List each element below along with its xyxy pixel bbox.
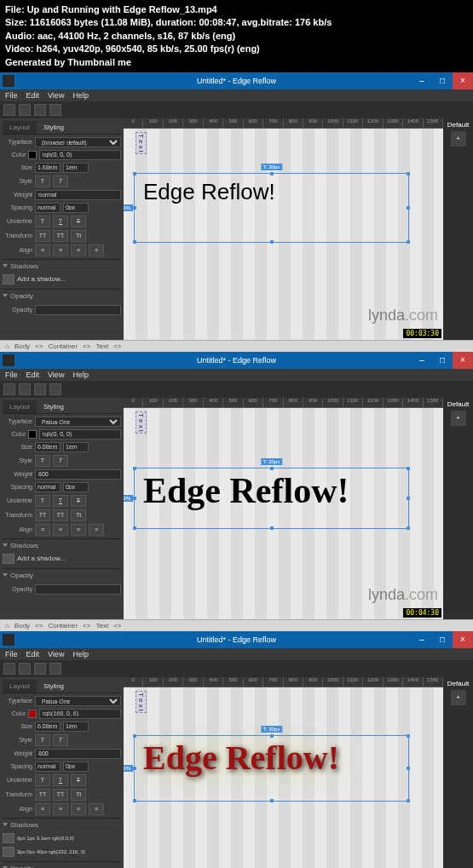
align-center[interactable]: ≡ — [53, 244, 68, 256]
handle[interactable] — [270, 240, 274, 244]
minimize-button[interactable]: – — [412, 72, 432, 89]
tab-layout[interactable]: Layout — [3, 121, 37, 134]
spacing-input[interactable] — [35, 482, 61, 492]
crumb-text[interactable]: Text — [95, 622, 108, 629]
opacity-header[interactable]: Opacity — [10, 865, 33, 868]
align-left[interactable]: ≡ — [35, 524, 50, 536]
add-breakpoint-button[interactable]: + — [451, 411, 466, 426]
underline-on[interactable]: T — [53, 216, 68, 227]
maximize-button[interactable]: □ — [432, 631, 453, 648]
typeface-select[interactable]: Patua One — [35, 696, 121, 706]
crumb-body[interactable]: Body — [14, 342, 30, 350]
align-justify[interactable]: ≡ — [89, 524, 104, 536]
shadow-entry[interactable]: 2px 0px 40px rgb(232, 216, 3) — [3, 845, 121, 859]
transform-cap[interactable]: Tt — [71, 509, 86, 521]
close-button[interactable]: × — [453, 352, 473, 369]
maximize-button[interactable]: □ — [432, 352, 453, 369]
minimize-button[interactable]: – — [412, 631, 432, 648]
canvas-text[interactable]: Edge Reflow! — [135, 174, 408, 210]
select-tool[interactable] — [3, 383, 15, 395]
align-justify[interactable]: ≡ — [89, 803, 104, 815]
transform-cap[interactable]: Tt — [71, 230, 86, 242]
spacing-unit[interactable] — [63, 203, 89, 213]
box-tool[interactable] — [19, 104, 31, 116]
spacing-input[interactable] — [35, 762, 61, 772]
crumb-container[interactable]: Container — [48, 342, 78, 350]
underline-strike[interactable]: T — [71, 495, 86, 507]
shadows-header[interactable]: Shadows — [10, 262, 38, 270]
menu-help[interactable]: Help — [72, 371, 89, 379]
handle[interactable] — [270, 734, 274, 738]
handle[interactable] — [270, 467, 274, 470]
handle[interactable] — [407, 497, 410, 500]
home-icon[interactable]: ⌂ — [5, 342, 9, 350]
size-input[interactable] — [35, 163, 61, 173]
text-box[interactable]: T: 20px Y: 9.63% Edge Reflow! — [134, 173, 409, 243]
box-tool[interactable] — [19, 663, 31, 675]
underline-strike[interactable]: T — [71, 774, 86, 786]
image-tool[interactable] — [49, 383, 61, 395]
shadow-entry[interactable]: 0px 1px 3.1em rgb(0,0,0) — [3, 831, 121, 845]
handle[interactable] — [407, 467, 410, 470]
style-italic[interactable]: T — [53, 175, 68, 187]
color-input[interactable] — [39, 709, 121, 719]
handle[interactable] — [133, 734, 136, 738]
align-left[interactable]: ≡ — [35, 244, 50, 256]
underline-none[interactable]: T — [35, 495, 50, 507]
menu-edit[interactable]: Edit — [26, 371, 40, 379]
handle[interactable] — [270, 172, 274, 175]
align-center[interactable]: ≡ — [53, 803, 68, 815]
canvas-text[interactable]: Edge Reflow! — [135, 736, 408, 779]
transform-upper[interactable]: TT — [53, 789, 68, 801]
typeface-select[interactable]: Patua One — [35, 417, 121, 427]
add-shadow[interactable]: Add a shadow... — [3, 273, 121, 286]
tab-layout[interactable]: Layout — [3, 400, 37, 413]
size-input[interactable] — [35, 442, 61, 452]
close-button[interactable]: × — [453, 72, 473, 89]
transform-none[interactable]: TT — [35, 789, 50, 801]
transform-none[interactable]: TT — [35, 230, 50, 242]
transform-cap[interactable]: Tt — [71, 789, 86, 801]
menu-view[interactable]: View — [48, 650, 64, 658]
color-swatch[interactable] — [28, 710, 37, 718]
box-tool[interactable] — [19, 383, 31, 395]
color-swatch[interactable] — [28, 151, 37, 159]
select-tool[interactable] — [3, 663, 15, 675]
spacing-unit[interactable] — [63, 482, 89, 492]
handle[interactable] — [133, 172, 136, 175]
underline-on[interactable]: T — [53, 774, 68, 786]
color-swatch[interactable] — [28, 430, 37, 439]
add-breakpoint-button[interactable]: + — [451, 690, 466, 705]
transform-upper[interactable]: TT — [53, 509, 68, 521]
menu-edit[interactable]: Edit — [26, 91, 40, 100]
align-right[interactable]: ≡ — [71, 803, 86, 815]
text-box[interactable]: T: 20px Y: 9.63% Edge Reflow! — [134, 735, 409, 802]
menu-help[interactable]: Help — [72, 91, 89, 100]
transform-upper[interactable]: TT — [53, 230, 68, 242]
menu-file[interactable]: File — [5, 91, 18, 100]
menu-view[interactable]: View — [48, 91, 64, 100]
align-center[interactable]: ≡ — [53, 524, 68, 536]
size-input[interactable] — [35, 721, 61, 732]
weight-input[interactable] — [35, 749, 121, 759]
maximize-button[interactable]: □ — [432, 72, 453, 89]
size-unit-input[interactable] — [63, 721, 89, 732]
align-justify[interactable]: ≡ — [89, 244, 104, 256]
tab-styling[interactable]: Styling — [37, 121, 71, 134]
underline-none[interactable]: T — [35, 216, 50, 227]
minimize-button[interactable]: – — [412, 352, 432, 369]
menu-help[interactable]: Help — [72, 650, 89, 658]
handle[interactable] — [133, 497, 136, 500]
text-tool[interactable] — [34, 383, 46, 395]
handle[interactable] — [133, 240, 136, 244]
handle[interactable] — [133, 526, 136, 530]
text-tool[interactable] — [34, 663, 46, 675]
tab-layout[interactable]: Layout — [3, 680, 37, 693]
opacity-header[interactable]: Opacity — [10, 292, 33, 300]
image-tool[interactable] — [49, 663, 61, 675]
crumb-body[interactable]: Body — [14, 622, 30, 629]
handle[interactable] — [133, 799, 136, 802]
align-right[interactable]: ≡ — [71, 244, 86, 256]
style-normal[interactable]: T — [35, 175, 50, 187]
crumb-container[interactable]: Container — [48, 622, 78, 629]
